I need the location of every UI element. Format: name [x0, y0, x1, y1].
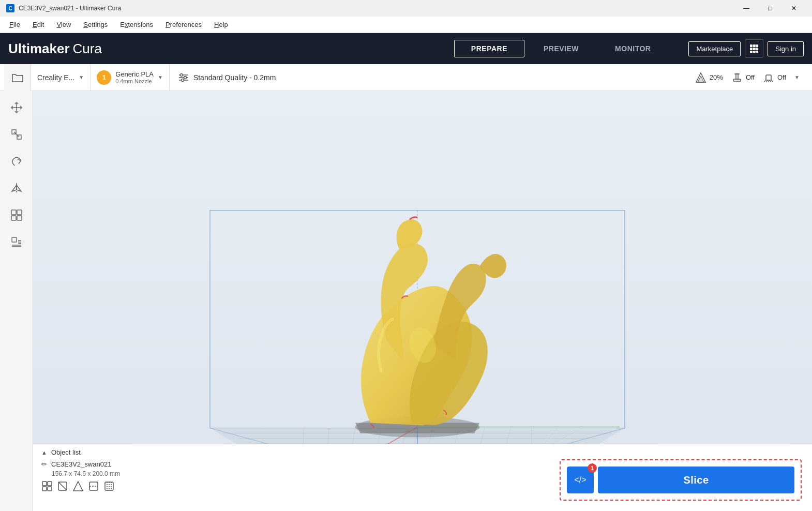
collapse-arrow[interactable]: ▲	[41, 449, 47, 456]
printer-selector[interactable]: Creality E... ▼	[31, 64, 91, 91]
svg-rect-32	[11, 216, 16, 220]
svg-line-83	[58, 482, 67, 490]
svg-rect-80	[48, 482, 52, 486]
support-eraser-icon	[10, 236, 23, 248]
nozzle-badge: 1	[97, 70, 111, 85]
menu-settings[interactable]: Settings	[78, 19, 113, 31]
scale-icon	[10, 128, 23, 141]
svg-rect-18	[736, 74, 738, 79]
adhesion-label: Off	[777, 73, 786, 81]
plugin-badge: 1	[588, 463, 597, 473]
menu-help[interactable]: Help	[209, 19, 233, 31]
move-tool[interactable]	[4, 95, 29, 120]
quality-selector[interactable]: Standard Quality - 0.2mm	[170, 64, 687, 91]
infill-icon	[695, 72, 706, 83]
svg-rect-5	[756, 48, 758, 50]
quality-label: Standard Quality - 0.2mm	[193, 73, 276, 82]
minimize-button[interactable]: —	[734, 0, 758, 17]
window-controls: — □ ✕	[734, 0, 806, 17]
settings-dropdown-arrow: ▼	[794, 74, 800, 80]
main-content: ▲ Object list ✏ CE3E3V2_swan021 156.7 x …	[0, 91, 812, 511]
infill-mesh-icon[interactable]	[103, 480, 115, 494]
printer-name: Creality E...	[37, 73, 74, 82]
svg-rect-78	[42, 482, 47, 486]
svg-rect-31	[17, 210, 22, 215]
material-dropdown-arrow: ▼	[158, 74, 163, 80]
per-model-settings-icon[interactable]	[41, 480, 53, 494]
scale-tool[interactable]	[4, 122, 29, 147]
rotate-tool[interactable]	[4, 149, 29, 174]
viewport[interactable]: ▲ Object list ✏ CE3E3V2_swan021 156.7 x …	[33, 91, 812, 511]
adhesion-setting: Off	[763, 72, 786, 83]
grid-icon-button[interactable]	[745, 39, 763, 58]
svg-point-13	[184, 76, 186, 79]
close-button[interactable]: ✕	[782, 0, 806, 17]
menu-file[interactable]: File	[4, 19, 25, 31]
menu-preferences[interactable]: Preferences	[160, 19, 207, 31]
title-bar: C CE3E3V2_swan021 - Ultimaker Cura — □ ✕	[0, 0, 812, 17]
svg-rect-30	[11, 210, 16, 215]
menu-extensions[interactable]: Extensions	[115, 19, 158, 31]
nozzle-size: 0.4mm Nozzle	[115, 78, 154, 84]
svg-rect-79	[42, 487, 47, 491]
object-list-title: Object list	[51, 448, 81, 456]
quality-icon	[178, 72, 189, 83]
adhesion-icon	[763, 72, 774, 83]
svg-rect-2	[756, 44, 758, 47]
mirror-icon	[10, 182, 23, 194]
menu-view[interactable]: View	[51, 19, 76, 31]
grid-icon	[749, 44, 759, 53]
app-header: Ultimaker Cura PREPARE PREVIEW MONITOR M…	[0, 33, 812, 64]
svg-rect-81	[48, 487, 52, 491]
left-tools	[0, 91, 33, 511]
svg-rect-6	[750, 51, 753, 53]
svg-rect-34	[12, 237, 17, 242]
signin-button[interactable]: Sign in	[768, 41, 804, 56]
object-name: CE3E3V2_swan021	[51, 460, 111, 468]
tab-prepare[interactable]: PREPARE	[454, 40, 524, 57]
header-right: Marketplace Sign in	[688, 39, 804, 58]
infill-setting: 20%	[695, 72, 723, 83]
material-name: Generic PLA	[115, 70, 154, 78]
open-folder-button[interactable]	[4, 64, 31, 91]
support-tool[interactable]	[4, 230, 29, 254]
svg-rect-8	[756, 51, 758, 53]
support-blocker-icon[interactable]	[57, 480, 68, 494]
svg-rect-4	[753, 48, 756, 50]
svg-rect-33	[17, 216, 22, 220]
infill-label: 20%	[710, 73, 723, 81]
maximize-button[interactable]: □	[758, 0, 782, 17]
tab-monitor[interactable]: MONITOR	[598, 40, 668, 57]
svg-rect-0	[750, 44, 753, 47]
material-info: Generic PLA 0.4mm Nozzle	[115, 70, 154, 84]
svg-rect-1	[753, 44, 756, 47]
window-title: CE3E3V2_swan021 - Ultimaker Cura	[19, 5, 121, 12]
arrange-icon	[10, 209, 23, 221]
move-icon	[10, 101, 23, 114]
app-logo: Ultimaker Cura	[8, 41, 102, 57]
svg-rect-21	[766, 75, 771, 80]
material-selector[interactable]: 1 Generic PLA 0.4mm Nozzle ▼	[91, 64, 170, 91]
slice-button[interactable]: Slice	[598, 467, 794, 493]
support-mesh-icon[interactable]	[72, 480, 84, 494]
toolbar: Creality E... ▼ 1 Generic PLA 0.4mm Nozz…	[0, 64, 812, 91]
slice-area: </> 1 Slice	[560, 459, 802, 501]
marketplace-button[interactable]: Marketplace	[688, 41, 741, 56]
app-icon: C	[6, 4, 14, 12]
mirror-tool[interactable]	[4, 176, 29, 201]
plugin-button[interactable]: </> 1	[567, 467, 594, 493]
svg-rect-7	[753, 51, 756, 53]
rotate-icon	[10, 155, 23, 168]
folder-icon	[11, 72, 24, 83]
settings-section[interactable]: 20% Off Off ▼	[687, 64, 808, 91]
arrange-tool[interactable]	[4, 203, 29, 228]
menu-edit[interactable]: Edit	[27, 19, 49, 31]
cutting-mesh-icon[interactable]	[88, 480, 99, 494]
plugin-icon: </>	[574, 475, 586, 485]
edit-object-icon[interactable]: ✏	[41, 460, 47, 468]
tab-preview[interactable]: PREVIEW	[527, 40, 596, 57]
svg-rect-3	[750, 48, 753, 50]
svg-marker-28	[12, 185, 17, 191]
logo-ultimaker: Ultimaker	[8, 41, 70, 57]
object-list-header: ▲ Object list	[41, 448, 804, 456]
